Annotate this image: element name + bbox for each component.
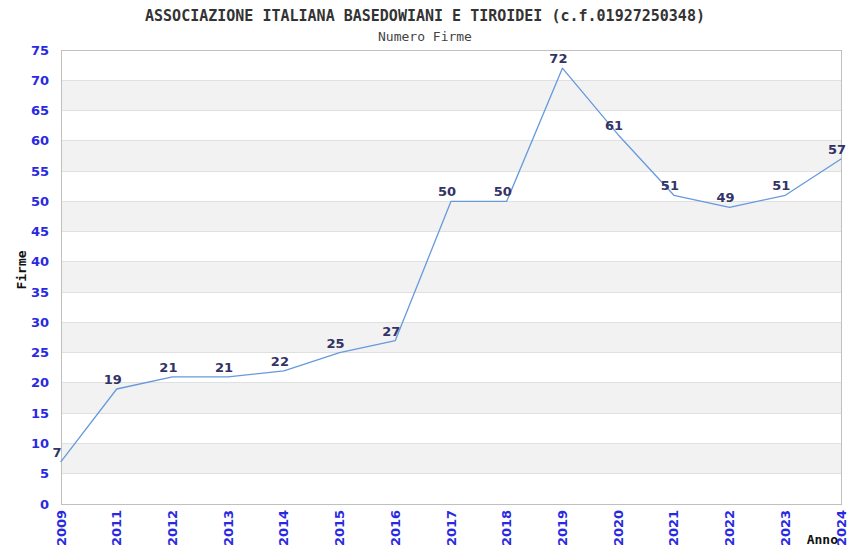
- data-point-label: 25: [327, 336, 345, 351]
- data-point-label: 19: [104, 372, 122, 387]
- data-point-label: 27: [382, 324, 400, 339]
- x-tick-label: 2015: [332, 510, 347, 546]
- y-tick-label: 15: [31, 406, 49, 421]
- y-tick-label: 0: [40, 497, 49, 512]
- x-axis-title: Anno: [807, 532, 838, 547]
- plot-band: [61, 474, 841, 504]
- plot-band: [61, 353, 841, 383]
- plot-band: [61, 232, 841, 262]
- x-tick-label: 2012: [165, 510, 180, 546]
- plot-band: [61, 50, 841, 80]
- data-point-label: 7: [52, 445, 61, 460]
- y-tick-label: 45: [31, 224, 49, 239]
- data-point-label: 72: [549, 51, 567, 66]
- plot-band: [61, 292, 841, 322]
- plot-band: [61, 80, 841, 110]
- x-tick-label: 2022: [722, 510, 737, 546]
- y-tick-label: 10: [31, 436, 49, 451]
- data-point-label: 61: [605, 118, 623, 133]
- y-tick-label: 75: [31, 43, 49, 58]
- plot-band: [61, 141, 841, 171]
- y-axis-tick-labels: 051015202530354045505560657075: [31, 43, 49, 512]
- x-tick-label: 2013: [221, 510, 236, 546]
- x-tick-label: 2021: [666, 510, 681, 546]
- y-tick-label: 20: [31, 375, 49, 390]
- y-tick-label: 35: [31, 285, 49, 300]
- plot-band: [61, 322, 841, 352]
- data-point-label: 50: [494, 184, 512, 199]
- y-tick-label: 40: [31, 254, 49, 269]
- data-point-label: 57: [828, 142, 846, 157]
- y-tick-label: 70: [31, 73, 49, 88]
- data-point-label: 22: [271, 354, 289, 369]
- y-tick-label: 60: [31, 133, 49, 148]
- y-tick-label: 65: [31, 103, 49, 118]
- plot-band: [61, 413, 841, 443]
- y-axis-title: Firme: [14, 250, 29, 289]
- data-point-label: 51: [772, 178, 790, 193]
- y-tick-label: 50: [31, 194, 49, 209]
- x-tick-label: 2016: [388, 510, 403, 546]
- plot-bands: [61, 50, 841, 504]
- data-point-label: 51: [661, 178, 679, 193]
- line-chart-container: ASSOCIAZIONE ITALIANA BASEDOWIANI E TIRO…: [0, 0, 850, 550]
- x-tick-label: 2020: [611, 510, 626, 546]
- x-axis-tick-labels: 2009201120122013201420152016201720182019…: [54, 510, 849, 546]
- data-point-label: 21: [215, 360, 233, 375]
- x-tick-label: 2017: [444, 510, 459, 546]
- x-tick-label: 2014: [276, 510, 291, 546]
- x-tick-label: 2019: [555, 510, 570, 546]
- plot-band: [61, 111, 841, 141]
- y-tick-label: 25: [31, 345, 49, 360]
- x-tick-label: 2011: [109, 510, 124, 546]
- y-tick-label: 30: [31, 315, 49, 330]
- x-tick-label: 2018: [499, 510, 514, 546]
- plot-band: [61, 383, 841, 413]
- y-tick-label: 5: [40, 466, 49, 481]
- y-tick-label: 55: [31, 164, 49, 179]
- data-point-label: 49: [717, 190, 735, 205]
- data-point-label: 50: [438, 184, 456, 199]
- plot-band: [61, 262, 841, 292]
- line-chart-svg: 0510152025303540455055606570752009201120…: [0, 0, 850, 550]
- x-tick-label: 2009: [54, 510, 69, 546]
- x-tick-label: 2023: [778, 510, 793, 546]
- data-point-label: 21: [159, 360, 177, 375]
- plot-band: [61, 443, 841, 473]
